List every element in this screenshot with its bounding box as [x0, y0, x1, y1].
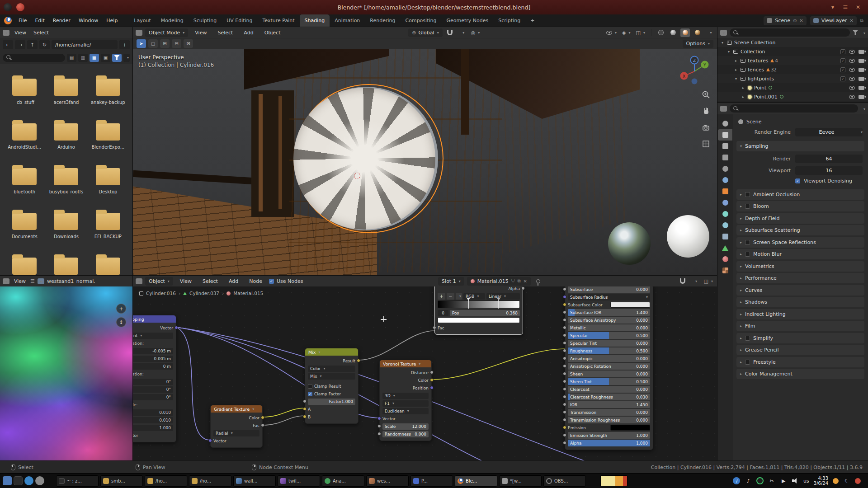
material-unlink-button[interactable]: ✕	[524, 279, 527, 284]
render-engine-select[interactable]: Eevee	[795, 128, 863, 136]
section-freestyle[interactable]: Freestyle	[736, 357, 864, 367]
gradient-color-output[interactable]: Color	[213, 414, 259, 421]
ramp-pos-slider[interactable]: Pos0.368	[450, 310, 520, 316]
mix-b-input[interactable]: B	[308, 413, 355, 420]
tab-texture[interactable]	[718, 265, 732, 276]
select-subtract-icon[interactable]: ⊟	[172, 39, 181, 48]
image-pan-gizmo[interactable]: ↕	[116, 317, 126, 327]
tab-material[interactable]	[718, 253, 732, 265]
pin-button[interactable]	[533, 277, 543, 286]
image-browse-icon[interactable]	[38, 278, 44, 284]
active-tool-tweak-icon[interactable]: ➤	[137, 39, 146, 48]
taskbar-app-obs[interactable]: OBS...	[543, 475, 586, 487]
editor-type-icon-shader[interactable]	[136, 278, 142, 284]
tab-modifiers[interactable]	[718, 197, 732, 208]
titlebar[interactable]: Blender* [/home/amalie/Desktop/blender/w…	[0, 0, 868, 14]
taskbar-app-text[interactable]: *[w...	[499, 475, 542, 487]
window-shade-button[interactable]	[828, 3, 837, 12]
node-socket[interactable]	[563, 441, 566, 445]
taskbar-app-wallpaper[interactable]: wall...	[233, 475, 276, 487]
mapping-vector-output[interactable]: Vector	[133, 324, 173, 331]
mapping-rotation-z[interactable]: 0°	[133, 394, 173, 400]
node-socket[interactable]	[433, 326, 436, 329]
workspace-tab-scripting[interactable]: Scripting	[493, 14, 525, 27]
render-camera-icon[interactable]	[859, 68, 864, 72]
node-socket[interactable]	[563, 380, 566, 383]
section-checkbox[interactable]	[745, 252, 750, 257]
render-camera-icon[interactable]	[859, 59, 864, 63]
section-depth-of-field[interactable]: Depth of Field	[736, 213, 864, 224]
exclude-checkbox[interactable]	[840, 58, 845, 63]
node-socket[interactable]	[563, 357, 566, 360]
spotify-tray-icon[interactable]	[756, 477, 764, 484]
taskbar-app-p[interactable]: P...	[410, 475, 453, 487]
display-vertical-list-button[interactable]	[67, 54, 76, 62]
ramp-remove-stop-button[interactable]: −	[447, 293, 454, 300]
tab-object-data[interactable]	[718, 242, 732, 253]
viewport-options-button[interactable]: Options	[683, 40, 713, 48]
principled-input-row[interactable]: Emission	[568, 424, 650, 431]
mapping-location-z[interactable]: 0 m	[133, 363, 173, 370]
shading-solid-button[interactable]	[668, 28, 678, 37]
snap-toggle-button[interactable]	[445, 28, 455, 37]
camera-view-icon[interactable]	[702, 123, 711, 132]
properties-search-input[interactable]	[730, 104, 858, 113]
principled-input-row[interactable]: Alpha1.000	[568, 440, 650, 446]
hide-eye-icon[interactable]	[849, 95, 855, 99]
taskbar-app-home-1[interactable]: /ho...	[145, 475, 187, 487]
image-zoom-gizmo[interactable]: +	[116, 304, 126, 314]
tab-particles[interactable]	[718, 208, 732, 220]
viewport-samples-field[interactable]: 16	[795, 166, 863, 175]
workspace-tab-shading[interactable]: Shading	[300, 14, 330, 27]
file-browser-menu-view[interactable]: View	[12, 30, 28, 36]
gizmos-button[interactable]: ◈	[621, 28, 632, 37]
proportional-edit-button[interactable]: ◎	[470, 28, 481, 37]
tab-world[interactable]	[718, 174, 732, 186]
section-performance[interactable]: Performance	[736, 273, 864, 283]
recording-dot-icon[interactable]	[855, 478, 861, 484]
menu-window[interactable]: Window	[75, 14, 102, 27]
wheel-disc[interactable]	[293, 88, 435, 230]
render-samples-field[interactable]: 64	[795, 155, 863, 163]
mix-blend-mode-select[interactable]: Mix	[308, 373, 355, 380]
ortho-grid-icon[interactable]	[702, 140, 711, 149]
hide-eye-icon[interactable]	[849, 77, 855, 81]
node-socket[interactable]	[521, 286, 525, 290]
node-socket[interactable]	[377, 432, 381, 436]
mapping-rotation-y[interactable]: 0°	[133, 386, 173, 393]
ramp-stop-selected[interactable]	[468, 300, 469, 309]
navigation-gizmo[interactable]: X Y Z	[678, 55, 711, 88]
shader-snap-options[interactable]	[690, 277, 700, 286]
mode-selector[interactable]: Object Mode	[145, 28, 188, 37]
shader-overlays-button[interactable]: ◫	[703, 277, 714, 286]
outliner-row-fences[interactable]: fences 32	[717, 65, 868, 74]
ramp-add-stop-button[interactable]: +	[438, 293, 445, 300]
folder-item-clipped[interactable]	[87, 258, 129, 275]
material-copy-button[interactable]: ⧉	[517, 278, 520, 284]
node-socket[interactable]	[563, 418, 566, 422]
node-mapping-header[interactable]: Mapping	[133, 315, 176, 323]
section-checkbox[interactable]	[745, 192, 750, 197]
node-socket[interactable]	[563, 326, 566, 329]
notification-dot-icon[interactable]	[833, 478, 839, 484]
outliner-row-point[interactable]: Point	[717, 83, 868, 92]
section-curves[interactable]: Curves	[736, 285, 864, 296]
shader-type-selector[interactable]: Object	[145, 277, 173, 286]
outliner-row-lightpoints[interactable]: lightpoints	[717, 74, 868, 83]
mapping-scale-y[interactable]: 0.010	[133, 417, 173, 423]
exclude-checkbox[interactable]	[840, 76, 845, 81]
app-icon[interactable]	[16, 3, 24, 11]
principled-input-row[interactable]: Clearcoat0.000	[568, 386, 650, 393]
shader-menu-view[interactable]: View	[176, 278, 196, 284]
node-socket[interactable]	[563, 333, 566, 337]
node-socket[interactable]	[175, 326, 178, 329]
principled-input-row[interactable]: Subsurface0.000	[568, 286, 650, 293]
system-menu-icon[interactable]	[4, 3, 12, 11]
folder-item[interactable]: anakey-backup	[87, 79, 129, 123]
workspace-add-tab[interactable]: +	[525, 14, 539, 27]
material-selector[interactable]: Material.015 ⛉ ⧉ ✕	[467, 277, 531, 286]
color-picker-window-thumbnail[interactable]	[600, 475, 627, 486]
render-camera-icon[interactable]	[859, 77, 864, 81]
folder-item[interactable]: Desktop	[87, 168, 129, 213]
mapping-scale-z[interactable]: 1.000	[133, 424, 173, 431]
